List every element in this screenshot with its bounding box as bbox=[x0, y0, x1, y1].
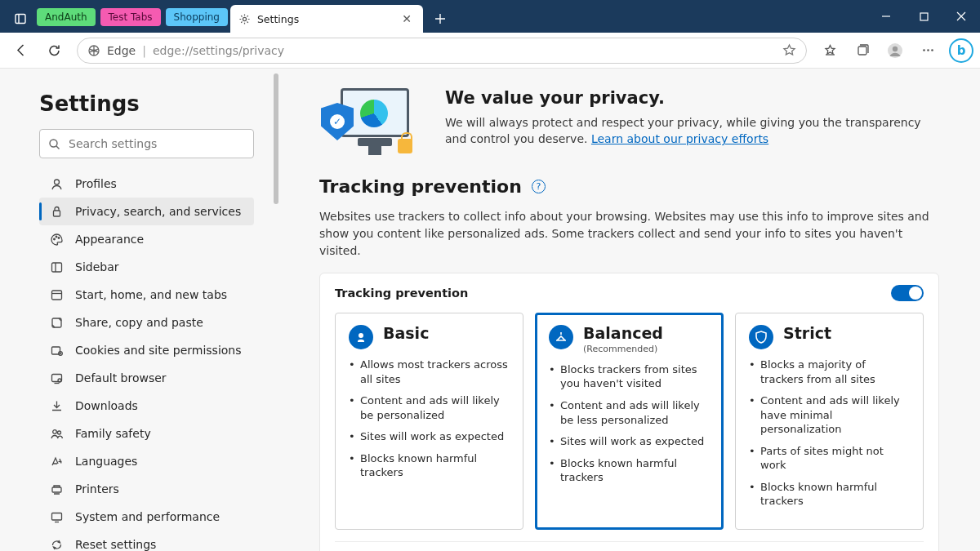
svg-point-6 bbox=[893, 46, 898, 51]
level-bullets: Blocks trackers from sites you haven't v… bbox=[549, 362, 710, 485]
nav-icon bbox=[49, 204, 64, 219]
new-tab-button[interactable] bbox=[428, 7, 452, 31]
refresh-button[interactable] bbox=[39, 37, 69, 64]
svg-point-22 bbox=[58, 379, 61, 382]
nav-icon bbox=[49, 509, 64, 524]
tracking-level-strict[interactable]: StrictBlocks a majority of trackers from… bbox=[735, 313, 924, 530]
tracking-toggle[interactable] bbox=[891, 285, 924, 301]
level-bullets: Allows most trackers across all sitesCon… bbox=[349, 358, 510, 480]
svg-rect-2 bbox=[920, 13, 928, 20]
settings-content: ✓ We value your privacy. We will always … bbox=[278, 69, 980, 551]
sidebar-item-privacy-search-and-services[interactable]: Privacy, search, and services bbox=[39, 198, 254, 225]
nav-label: Languages bbox=[75, 455, 137, 468]
bing-chat-button[interactable]: b bbox=[949, 38, 973, 63]
level-bullet: Blocks trackers from sites you haven't v… bbox=[549, 362, 710, 391]
nav-label: Downloads bbox=[75, 399, 138, 412]
tracking-description: Websites use trackers to collect info ab… bbox=[319, 208, 939, 260]
settings-search[interactable] bbox=[39, 129, 254, 158]
nav-label: Family safety bbox=[75, 427, 151, 440]
level-bullet: Content and ads will likely have minimal… bbox=[749, 393, 910, 437]
profile-button[interactable] bbox=[880, 37, 910, 64]
nav-icon bbox=[49, 176, 64, 191]
sidebar-item-family-safety[interactable]: Family safety bbox=[39, 420, 254, 447]
svg-rect-4 bbox=[858, 47, 866, 55]
nav-label: Cookies and site permissions bbox=[75, 344, 242, 357]
nav-icon bbox=[49, 426, 64, 441]
favorite-button[interactable] bbox=[782, 43, 796, 57]
site-identity-icon bbox=[87, 44, 100, 57]
search-icon bbox=[48, 138, 60, 150]
settings-nav: ProfilesPrivacy, search, and servicesApp… bbox=[39, 170, 254, 551]
svg-point-10 bbox=[50, 140, 57, 147]
privacy-link[interactable]: Learn about our privacy efforts bbox=[591, 132, 768, 145]
privacy-illustration: ✓ bbox=[319, 88, 422, 155]
nav-icon bbox=[49, 398, 64, 413]
back-button[interactable] bbox=[7, 37, 36, 64]
level-bullet: Allows most trackers across all sites bbox=[349, 358, 510, 386]
window-maximize-button[interactable] bbox=[905, 0, 942, 33]
nav-icon bbox=[49, 454, 64, 469]
lock-icon bbox=[398, 139, 412, 153]
sidebar-item-languages[interactable]: Languages bbox=[39, 447, 254, 475]
tracking-section-header: Tracking prevention ? bbox=[319, 176, 939, 197]
sidebar-item-cookies-and-site-permissions[interactable]: Cookies and site permissions bbox=[39, 336, 254, 364]
svg-point-1 bbox=[243, 17, 246, 20]
nav-icon bbox=[49, 315, 64, 330]
window-minimize-button[interactable] bbox=[867, 0, 905, 33]
sidebar-item-downloads[interactable]: Downloads bbox=[39, 392, 254, 420]
level-title: Strict bbox=[783, 325, 831, 342]
level-bullet: Sites will work as expected bbox=[349, 429, 510, 444]
svg-rect-26 bbox=[51, 513, 61, 520]
tab-actions-button[interactable] bbox=[7, 5, 34, 33]
collections-button[interactable] bbox=[848, 37, 877, 64]
nav-icon bbox=[49, 537, 64, 551]
sidebar-item-sidebar[interactable]: Sidebar bbox=[39, 253, 254, 281]
level-title: Balanced bbox=[583, 325, 663, 342]
settings-search-input[interactable] bbox=[69, 137, 245, 150]
tab-settings[interactable]: Settings ✕ bbox=[230, 5, 423, 33]
nav-label: Appearance bbox=[75, 233, 144, 246]
tab-group-test-tabs[interactable]: Test Tabs bbox=[100, 8, 161, 26]
svg-point-23 bbox=[52, 429, 56, 433]
sidebar-item-printers[interactable]: Printers bbox=[39, 475, 254, 503]
svg-point-8 bbox=[927, 49, 929, 51]
tab-title: Settings bbox=[257, 13, 299, 25]
sidebar-item-reset-settings[interactable]: Reset settings bbox=[39, 531, 254, 551]
nav-label: Privacy, search, and services bbox=[75, 205, 241, 218]
favorites-button[interactable] bbox=[815, 37, 844, 64]
sidebar-item-system-and-performance[interactable]: System and performance bbox=[39, 503, 254, 531]
info-icon[interactable]: ? bbox=[532, 180, 546, 193]
gear-icon bbox=[238, 13, 251, 25]
tab-group-andauth[interactable]: AndAuth bbox=[37, 8, 96, 26]
nav-label: Share, copy and paste bbox=[75, 316, 203, 329]
nav-icon bbox=[49, 232, 64, 247]
svg-point-14 bbox=[56, 236, 57, 238]
nav-icon bbox=[49, 287, 64, 302]
svg-point-9 bbox=[931, 49, 933, 51]
window-close-button[interactable] bbox=[942, 0, 980, 33]
tracking-card-label: Tracking prevention bbox=[335, 287, 468, 300]
pane-divider[interactable] bbox=[274, 69, 278, 551]
sidebar-item-start-home-and-new-tabs[interactable]: Start, home, and new tabs bbox=[39, 281, 254, 309]
address-bar[interactable]: Edge | edge://settings/privacy bbox=[77, 38, 807, 64]
hero-title: We value your privacy. bbox=[445, 88, 939, 108]
sidebar-item-default-browser[interactable]: Default browser bbox=[39, 364, 254, 392]
blocked-trackers-row[interactable]: Blocked trackers View the sites that we'… bbox=[335, 545, 924, 551]
sidebar-item-appearance[interactable]: Appearance bbox=[39, 225, 254, 253]
tracking-level-balanced[interactable]: Balanced(Recommended)Blocks trackers fro… bbox=[535, 313, 724, 530]
level-bullet: Content and ads will likely be personali… bbox=[349, 393, 510, 422]
tab-close-button[interactable]: ✕ bbox=[399, 9, 415, 29]
tracking-level-basic[interactable]: BasicAllows most trackers across all sit… bbox=[335, 313, 523, 530]
titlebar: AndAuth Test Tabs Shopping Settings ✕ bbox=[0, 0, 980, 33]
sidebar-item-share-copy-and-paste[interactable]: Share, copy and paste bbox=[39, 309, 254, 336]
sidebar-title: Settings bbox=[39, 91, 254, 116]
nav-label: Reset settings bbox=[75, 538, 156, 551]
more-button[interactable] bbox=[913, 37, 942, 64]
nav-label: Sidebar bbox=[75, 260, 119, 273]
tab-group-shopping[interactable]: Shopping bbox=[166, 8, 228, 26]
level-bullet: Blocks known harmful trackers bbox=[749, 480, 910, 509]
nav-label: Printers bbox=[75, 482, 119, 495]
sidebar-item-profiles[interactable]: Profiles bbox=[39, 170, 254, 198]
level-bullet: Blocks known harmful trackers bbox=[349, 451, 510, 480]
svg-rect-21 bbox=[51, 374, 61, 381]
